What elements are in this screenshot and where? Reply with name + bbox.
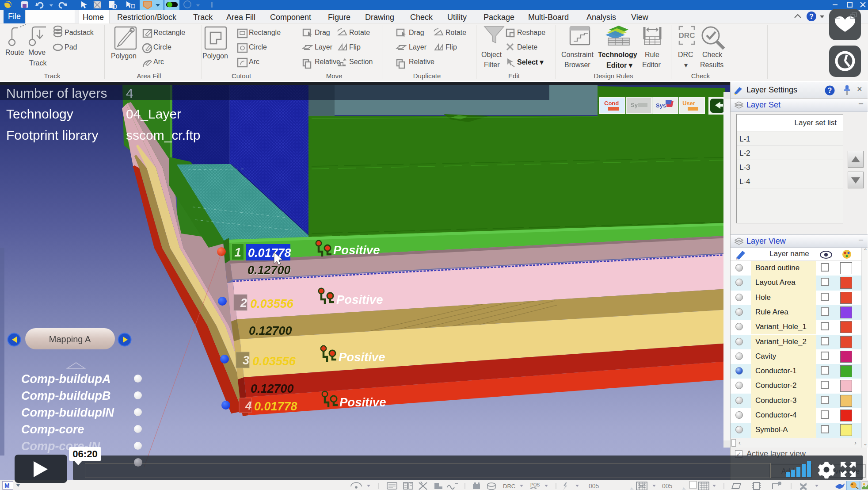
svg-text:2: 2 (240, 296, 247, 310)
svg-text:0.01778: 0.01778 (248, 246, 291, 260)
svg-text:Comp-core: Comp-core (21, 423, 84, 436)
svg-text:0.01778: 0.01778 (254, 400, 297, 413)
svg-text:1: 1 (234, 245, 241, 259)
svg-text:Comp-buildupA: Comp-buildupA (21, 372, 110, 386)
svg-text:0.03556: 0.03556 (252, 355, 296, 368)
svg-text:Number of layers: Number of layers (6, 86, 107, 100)
svg-text:4: 4 (245, 399, 252, 412)
svg-text:Cond: Cond (604, 100, 619, 107)
svg-text:3: 3 (243, 354, 249, 367)
svg-text:0.12700: 0.12700 (251, 382, 294, 395)
svg-text:005: 005 (662, 482, 673, 490)
svg-text:POS: POS (530, 482, 540, 487)
svg-text:04_Layer: 04_Layer (126, 107, 181, 121)
svg-text:005: 005 (589, 482, 599, 490)
svg-text:?: ? (809, 13, 814, 20)
svg-text:Positive: Positive (339, 350, 385, 364)
svg-text:4: 4 (126, 86, 133, 100)
svg-text:0.03556: 0.03556 (250, 297, 294, 310)
svg-text:DRC: DRC (503, 483, 515, 490)
svg-text:Sys: Sys (656, 102, 666, 109)
svg-text:Positive: Positive (336, 293, 383, 306)
svg-text:Mapping A: Mapping A (49, 334, 91, 344)
svg-text:0.12700: 0.12700 (249, 324, 292, 337)
svg-text:User: User (682, 100, 695, 107)
svg-text:sscom_cr.ftp: sscom_cr.ftp (126, 128, 200, 142)
svg-text:Comp-buildupIN: Comp-buildupIN (21, 406, 114, 419)
svg-text:0.12700: 0.12700 (247, 264, 291, 277)
svg-text:Technology: Technology (6, 107, 73, 121)
svg-text:Positive: Positive (333, 243, 380, 257)
svg-text:Positive: Positive (339, 395, 386, 409)
svg-text:DRC: DRC (679, 31, 695, 40)
svg-text:Footprint library: Footprint library (6, 128, 98, 142)
svg-text:?: ? (828, 87, 832, 94)
svg-text:Comp-buildupB: Comp-buildupB (21, 389, 110, 402)
